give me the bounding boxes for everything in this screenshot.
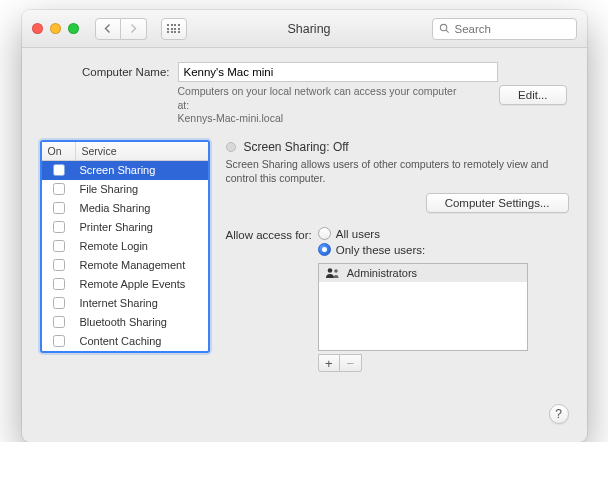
svg-point-3 bbox=[334, 269, 338, 273]
service-description: Screen Sharing allows users of other com… bbox=[226, 157, 569, 185]
service-label: Screen Sharing bbox=[76, 164, 208, 176]
access-radio-group: All users Only these users: bbox=[318, 227, 528, 372]
service-row-printer-sharing[interactable]: Printer Sharing bbox=[42, 218, 208, 237]
network-address-row: Computers on your local network can acce… bbox=[40, 85, 569, 126]
radio-icon bbox=[318, 243, 331, 256]
search-input[interactable] bbox=[455, 23, 587, 35]
status-row: Screen Sharing: Off bbox=[226, 140, 569, 154]
checkbox[interactable] bbox=[53, 316, 65, 328]
checkbox[interactable] bbox=[53, 335, 65, 347]
svg-point-2 bbox=[327, 268, 332, 273]
service-label: Remote Login bbox=[76, 240, 208, 252]
services-header: On Service bbox=[42, 142, 208, 161]
close-icon[interactable] bbox=[32, 23, 43, 34]
radio-label: All users bbox=[336, 228, 380, 240]
checkbox[interactable] bbox=[53, 297, 65, 309]
help-button[interactable]: ? bbox=[549, 404, 569, 424]
radio-only-these-users[interactable]: Only these users: bbox=[318, 243, 528, 256]
status-text: Screen Sharing: Off bbox=[244, 140, 349, 154]
users-icon bbox=[325, 267, 341, 279]
service-label: Media Sharing bbox=[76, 202, 208, 214]
minimize-icon[interactable] bbox=[50, 23, 61, 34]
service-label: Bluetooth Sharing bbox=[76, 316, 208, 328]
allow-access-label: Allow access for: bbox=[226, 229, 312, 241]
allow-access-row: Allow access for: All users Only these u… bbox=[226, 227, 569, 372]
detail-panel: Screen Sharing: Off Screen Sharing allow… bbox=[226, 140, 569, 374]
service-row-file-sharing[interactable]: File Sharing bbox=[42, 180, 208, 199]
list-item[interactable]: Administrators bbox=[319, 264, 527, 282]
service-row-internet-sharing[interactable]: Internet Sharing bbox=[42, 294, 208, 313]
service-label: Internet Sharing bbox=[76, 297, 208, 309]
computer-settings-button[interactable]: Computer Settings... bbox=[426, 193, 569, 213]
computer-settings-row: Computer Settings... bbox=[226, 193, 569, 213]
window-title: Sharing bbox=[195, 22, 424, 36]
network-address-text: Computers on your local network can acce… bbox=[178, 85, 468, 126]
checkbox[interactable] bbox=[53, 202, 65, 214]
svg-point-0 bbox=[440, 24, 446, 30]
nav-back-forward bbox=[95, 18, 147, 40]
remove-user-button[interactable]: − bbox=[340, 354, 362, 372]
col-header-on: On bbox=[42, 142, 76, 160]
services-table: On Service Screen Sharing File Sharing bbox=[40, 140, 210, 353]
checkbox[interactable] bbox=[53, 278, 65, 290]
service-row-remote-login[interactable]: Remote Login bbox=[42, 237, 208, 256]
main-split: On Service Screen Sharing File Sharing bbox=[40, 140, 569, 374]
edit-button[interactable]: Edit... bbox=[499, 85, 566, 105]
radio-all-users[interactable]: All users bbox=[318, 227, 528, 240]
checkbox[interactable] bbox=[53, 240, 65, 252]
computer-name-input[interactable] bbox=[178, 62, 498, 82]
service-row-media-sharing[interactable]: Media Sharing bbox=[42, 199, 208, 218]
service-row-screen-sharing[interactable]: Screen Sharing bbox=[42, 161, 208, 180]
content-area: Computer Name: Computers on your local n… bbox=[22, 48, 587, 392]
users-listbox[interactable]: Administrators bbox=[318, 263, 528, 351]
checkbox[interactable] bbox=[53, 221, 65, 233]
status-indicator-icon bbox=[226, 142, 236, 152]
service-label: Remote Management bbox=[76, 259, 208, 271]
service-label: File Sharing bbox=[76, 183, 208, 195]
service-row-remote-management[interactable]: Remote Management bbox=[42, 256, 208, 275]
sharing-prefs-window: Sharing Computer Name: Computers on your… bbox=[22, 10, 587, 442]
service-row-bluetooth-sharing[interactable]: Bluetooth Sharing bbox=[42, 313, 208, 332]
add-remove-buttons: + − bbox=[318, 354, 528, 372]
service-label: Printer Sharing bbox=[76, 221, 208, 233]
zoom-icon[interactable] bbox=[68, 23, 79, 34]
svg-line-1 bbox=[446, 30, 448, 32]
titlebar: Sharing bbox=[22, 10, 587, 48]
service-label: Content Caching bbox=[76, 335, 208, 347]
service-row-content-caching[interactable]: Content Caching bbox=[42, 332, 208, 351]
services-panel: On Service Screen Sharing File Sharing bbox=[40, 140, 210, 374]
user-name: Administrators bbox=[347, 267, 417, 279]
services-body: Screen Sharing File Sharing Media Sharin… bbox=[42, 161, 208, 351]
back-button[interactable] bbox=[95, 18, 121, 40]
forward-button[interactable] bbox=[121, 18, 147, 40]
checkbox[interactable] bbox=[53, 164, 65, 176]
show-all-button[interactable] bbox=[161, 18, 187, 40]
computer-name-label: Computer Name: bbox=[68, 66, 170, 78]
radio-icon bbox=[318, 227, 331, 240]
checkbox[interactable] bbox=[53, 259, 65, 271]
service-label: Remote Apple Events bbox=[76, 278, 208, 290]
search-icon bbox=[439, 23, 450, 34]
checkbox[interactable] bbox=[53, 183, 65, 195]
col-header-service: Service bbox=[76, 142, 208, 160]
radio-label: Only these users: bbox=[336, 244, 425, 256]
computer-name-row: Computer Name: bbox=[40, 62, 569, 82]
footer: ? bbox=[22, 392, 587, 442]
add-user-button[interactable]: + bbox=[318, 354, 340, 372]
service-row-remote-apple-events[interactable]: Remote Apple Events bbox=[42, 275, 208, 294]
search-field[interactable] bbox=[432, 18, 577, 40]
traffic-lights bbox=[32, 23, 79, 34]
